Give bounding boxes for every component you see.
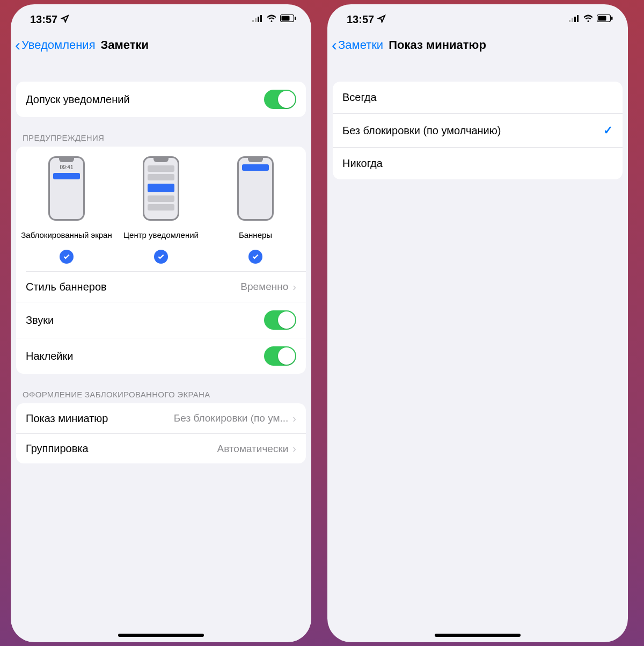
svg-rect-2 <box>258 17 259 22</box>
badges-toggle[interactable] <box>264 346 296 366</box>
alert-option-label: Центр уведомлений <box>123 225 199 245</box>
location-icon <box>61 13 69 26</box>
battery-icon <box>597 14 613 24</box>
svg-rect-3 <box>260 15 262 22</box>
wifi-icon <box>583 14 594 24</box>
svg-rect-6 <box>295 17 296 20</box>
allow-notifications-toggle[interactable] <box>264 90 296 109</box>
page-title: Заметки <box>101 38 149 52</box>
alert-option-label: Баннеры <box>239 225 272 245</box>
phone-right: 13:57 ‹ Заметки Показ миниатюр <box>327 4 628 642</box>
option-label: Без блокировки (по умолчанию) <box>342 125 501 137</box>
option-label: Никогда <box>342 157 383 170</box>
chevron-left-icon: ‹ <box>332 37 337 53</box>
grouping-row[interactable]: Группировка Автоматически › <box>16 433 306 463</box>
allow-notifications-label: Допуск уведомлений <box>26 93 130 106</box>
grouping-label: Группировка <box>26 442 89 455</box>
cellular-icon <box>252 14 263 24</box>
grouping-value: Автоматически <box>217 443 289 455</box>
svg-rect-5 <box>282 16 290 21</box>
badges-row[interactable]: Наклейки <box>16 338 306 374</box>
lockscreen-section-header: ОФОРМЛЕНИЕ ЗАБЛОКИРОВАННОГО ЭКРАНА <box>11 390 311 403</box>
checkmark-icon: ✓ <box>603 124 613 137</box>
page-title: Показ миниатюр <box>389 38 486 52</box>
phone-left: 13:57 ‹ Уведомления Заметки <box>11 4 311 642</box>
svg-rect-12 <box>598 16 606 21</box>
lockscreen-preview-icon: 09:41 <box>48 156 85 221</box>
sounds-toggle[interactable] <box>264 310 296 330</box>
chevron-right-icon: › <box>292 412 296 425</box>
svg-rect-7 <box>569 20 570 22</box>
svg-rect-0 <box>252 20 254 22</box>
option-label: Всегда <box>342 91 377 104</box>
back-label: Уведомления <box>21 38 96 52</box>
sounds-label: Звуки <box>26 314 54 326</box>
badges-label: Наклейки <box>26 350 73 362</box>
previews-value: Без блокировки (по ум... <box>174 412 289 424</box>
back-label: Заметки <box>338 38 383 52</box>
previews-row[interactable]: Показ миниатюр Без блокировки (по ум... … <box>16 403 306 433</box>
previews-label: Показ миниатюр <box>26 412 108 425</box>
alert-option-label: Заблокированный экран <box>21 225 112 245</box>
status-time: 13:57 <box>347 13 374 26</box>
checkmark-circle-icon <box>154 250 168 264</box>
preview-option-never[interactable]: Никогда <box>333 147 623 179</box>
svg-rect-8 <box>572 18 573 22</box>
chevron-right-icon: › <box>292 442 296 455</box>
alert-option-center[interactable]: Центр уведомлений <box>114 156 208 264</box>
banner-style-label: Стиль баннеров <box>26 281 107 293</box>
back-button[interactable]: ‹ Уведомления <box>15 37 96 53</box>
checkmark-circle-icon <box>60 250 74 264</box>
banners-preview-icon <box>237 156 274 221</box>
svg-rect-13 <box>611 17 613 20</box>
svg-rect-1 <box>255 18 257 22</box>
chevron-right-icon: › <box>292 281 296 293</box>
checkmark-circle-icon <box>248 250 262 264</box>
alerts-section-header: ПРЕДУПРЕЖДЕНИЯ <box>11 133 311 147</box>
status-time: 13:57 <box>30 13 57 26</box>
banner-style-row[interactable]: Стиль баннеров Временно › <box>16 272 306 302</box>
svg-rect-10 <box>577 15 579 22</box>
svg-rect-9 <box>574 17 576 22</box>
home-indicator[interactable] <box>118 634 204 637</box>
allow-notifications-row[interactable]: Допуск уведомлений <box>16 82 306 117</box>
alert-option-lockscreen[interactable]: 09:41 Заблокированный экран <box>20 156 113 264</box>
nav-bar: ‹ Уведомления Заметки <box>11 30 311 60</box>
cellular-icon <box>569 14 580 24</box>
battery-icon <box>280 14 296 24</box>
alerts-style-picker: 09:41 Заблокированный экран <box>16 147 306 271</box>
nav-bar: ‹ Заметки Показ миниатюр <box>327 30 628 60</box>
sounds-row[interactable]: Звуки <box>16 302 306 338</box>
alert-option-banners[interactable]: Баннеры <box>209 156 302 264</box>
banner-style-value: Временно <box>240 281 288 293</box>
back-button[interactable]: ‹ Заметки <box>332 37 383 53</box>
wifi-icon <box>266 14 277 24</box>
preview-option-always[interactable]: Всегда <box>333 82 623 113</box>
notification-center-preview-icon <box>143 156 179 221</box>
home-indicator[interactable] <box>435 634 521 637</box>
location-icon <box>377 13 386 26</box>
preview-option-unlocked[interactable]: Без блокировки (по умолчанию) ✓ <box>333 113 623 147</box>
status-bar: 13:57 <box>327 4 628 30</box>
chevron-left-icon: ‹ <box>15 37 20 53</box>
status-bar: 13:57 <box>11 4 311 30</box>
